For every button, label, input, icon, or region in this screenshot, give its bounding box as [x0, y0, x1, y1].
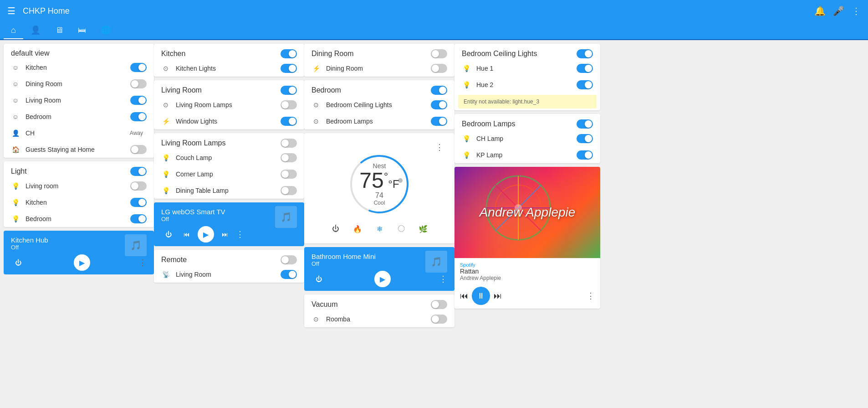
next-button[interactable]: ⏭ [218, 227, 232, 242]
living-room-light-toggle[interactable] [130, 181, 147, 191]
room-label: Living Room [26, 97, 125, 104]
spotify-prev-button[interactable]: ⏮ [460, 291, 468, 301]
kitchen-toggle[interactable] [130, 63, 147, 72]
item-label: Dining Room [326, 65, 425, 72]
play-button[interactable]: ▶ [74, 254, 90, 271]
remote-card: Remote 📡 Living Room [154, 250, 304, 283]
home-icon: 🏠 [11, 145, 20, 154]
power-button[interactable]: ⏻ [11, 255, 26, 270]
item-label: Dining Table Lamp [176, 187, 275, 194]
living-room-remote-toggle[interactable] [281, 270, 297, 279]
living-room-toggle[interactable] [130, 96, 147, 105]
nest-power-button[interactable]: ⏻ [328, 222, 343, 236]
entity-warning: Entity not available: light.hue_3 [458, 95, 597, 108]
bedroom-room-toggle[interactable] [431, 86, 447, 95]
list-item: ⊙ Roomba [304, 311, 454, 327]
spotify-track: Rattan [460, 268, 595, 275]
light-master-toggle[interactable] [130, 167, 147, 176]
bathroom-mini-controls: ⏻ ▶ ⋮ [311, 271, 447, 287]
living-room-lamps-toggle[interactable] [281, 139, 297, 148]
hue2-toggle[interactable] [577, 80, 593, 89]
circle-icon: ⊙ [311, 315, 321, 324]
kitchen-light-toggle[interactable] [130, 198, 147, 207]
guests-toggle[interactable] [130, 145, 147, 154]
bedroom-ceiling-lights-toggle[interactable] [577, 49, 593, 58]
power-button[interactable]: ⏻ [161, 227, 176, 242]
spotify-more-button[interactable]: ⋮ [587, 291, 595, 301]
dining-room-header: Dining Room [304, 44, 454, 60]
corner-lamp-toggle[interactable] [281, 170, 297, 179]
more-button[interactable]: ⋮ [439, 274, 447, 284]
unit-label: °F [388, 178, 399, 190]
bedroom-toggle[interactable] [130, 112, 147, 121]
dining-room-toggle[interactable] [130, 79, 147, 88]
navtab-people[interactable]: 👤 [23, 21, 48, 39]
list-item: 💡 Bedroom [4, 211, 154, 227]
play-button[interactable]: ▶ [198, 226, 214, 243]
spotify-play-button[interactable]: ⏸ [472, 287, 490, 305]
nest-more-button[interactable]: ⋮ [435, 142, 444, 152]
kitchen-room-toggle[interactable] [281, 49, 297, 58]
menu-icon[interactable]: ☰ [7, 5, 15, 16]
bolt-icon: ⚡ [311, 64, 321, 73]
bedroom-ceiling-toggle[interactable] [431, 100, 447, 109]
nest-temp: 75°°F [359, 170, 399, 191]
navtab-globe[interactable]: 🌐 [93, 21, 118, 39]
more-button[interactable]: ⋮ [236, 229, 244, 239]
dining-lights-toggle[interactable] [431, 64, 447, 73]
list-item: 💡 Kitchen [4, 194, 154, 211]
spotify-next-button[interactable]: ⏭ [494, 291, 502, 301]
nest-inner: Nest 75°°F 74 Cool [359, 162, 399, 206]
nest-fan-button[interactable]: 〇 [394, 222, 408, 236]
prev-button[interactable]: ⏮ [179, 227, 194, 242]
list-item: ⊙ Bedroom Ceiling Lights [304, 97, 454, 113]
bedroom-lamps-master-toggle[interactable] [577, 119, 593, 129]
bedroom-ceiling-header: Bedroom Ceiling Lights [454, 44, 600, 60]
living-lamps-toggle[interactable] [281, 100, 297, 109]
kp-lamp-toggle[interactable] [577, 150, 593, 160]
nest-eco-button[interactable]: 🌿 [416, 222, 430, 236]
notification-icon[interactable]: 🔔 [814, 5, 826, 16]
column-4: Bedroom Ceiling Lights 💡 Hue 1 💡 Hue 2 E… [454, 44, 600, 404]
more-button[interactable]: ⋮ [138, 258, 147, 268]
living-room-header: Living Room [154, 80, 304, 97]
dining-room-toggle[interactable] [431, 49, 447, 58]
spotify-controls: ⏮ ⏸ ⏭ ⋮ [454, 285, 600, 309]
navtab-monitor[interactable]: 🖥 [48, 21, 71, 39]
hue1-toggle[interactable] [577, 64, 593, 73]
play-button[interactable]: ▶ [374, 271, 391, 287]
ch-lamp-toggle[interactable] [577, 134, 593, 143]
item-label: Hue 2 [476, 81, 571, 88]
room-icon: ☺ [11, 79, 20, 88]
list-item: ☺ Kitchen [4, 59, 154, 76]
lg-tv-controls: ⏻ ⏮ ▶ ⏭ ⋮ [161, 226, 297, 243]
dining-table-lamp-toggle[interactable] [281, 186, 297, 195]
kitchen-lights-toggle[interactable] [281, 64, 297, 73]
mic-icon[interactable]: 🎤 [833, 5, 844, 16]
vacuum-header: Vacuum [304, 294, 454, 311]
remote-toggle[interactable] [281, 255, 297, 264]
roomba-toggle[interactable] [431, 315, 447, 324]
bedroom-lamps-toggle[interactable] [431, 117, 447, 126]
bedroom-title: Bedroom [311, 86, 341, 94]
navtab-home[interactable]: ⌂ [4, 21, 23, 39]
vacuum-toggle[interactable] [431, 300, 447, 309]
power-button[interactable]: ⏻ [311, 272, 326, 286]
app-title: CHKP Home [23, 6, 814, 16]
list-item: 💡 Corner Lamp [154, 166, 304, 182]
window-lights-toggle[interactable] [281, 117, 297, 126]
living-room-room-toggle[interactable] [281, 86, 297, 95]
bathroom-mini-title: Bathroom Home Mini [311, 253, 376, 260]
nest-cool-button[interactable]: ❄ [372, 222, 387, 236]
remote-icon: 📡 [161, 270, 170, 279]
navtab-bed[interactable]: 🛏 [71, 21, 93, 39]
nest-flame-button[interactable]: 🔥 [350, 222, 365, 236]
couch-lamp-toggle[interactable] [281, 153, 297, 162]
list-item: ☺ Bedroom [4, 108, 154, 125]
column-1: default view ☺ Kitchen ☺ Dining Room ☺ L… [4, 44, 154, 404]
bulb-icon: 💡 [11, 214, 20, 223]
overflow-icon[interactable]: ⋮ [852, 5, 861, 16]
bedroom-light-toggle[interactable] [130, 214, 147, 223]
list-item: ⚡ Dining Room [304, 60, 454, 77]
kitchen-title: Kitchen [161, 50, 185, 58]
